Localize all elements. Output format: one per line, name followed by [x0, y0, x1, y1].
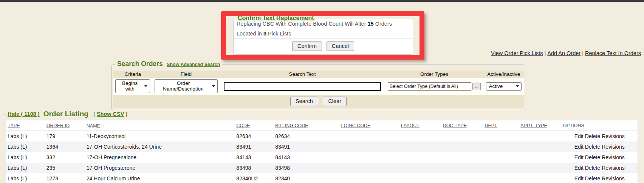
confirm-button[interactable]: Confirm: [292, 42, 322, 51]
column-header-appt-type[interactable]: APPT. TYPE: [519, 120, 561, 131]
field-header: Field: [152, 71, 220, 78]
doc-type-header-label[interactable]: DOC TYPE: [443, 123, 467, 128]
show-advanced-search-link[interactable]: Show Advanced Search: [167, 62, 220, 67]
active-selected-value: Active: [489, 83, 503, 89]
type-header-label[interactable]: TYPE: [8, 123, 20, 128]
cancel-button[interactable]: Cancel: [327, 42, 354, 51]
cell-code: 83491: [235, 141, 274, 152]
column-header-billing-code[interactable]: BILLING CODE: [274, 120, 339, 131]
criteria-header: Criteria: [113, 71, 152, 78]
active-inactive-header: Active/Inactive: [483, 71, 524, 78]
show-csv-link[interactable]: Show CSV: [97, 111, 124, 117]
listing-separator: |: [93, 111, 95, 117]
replace-text-in-orders-link[interactable]: Replace Text In Orders: [585, 50, 641, 56]
order-types-browse-button[interactable]: ...: [472, 83, 481, 90]
dialog-button-row: Confirm Cancel: [234, 39, 413, 54]
row-options-links[interactable]: Edit Delete Revisions: [562, 152, 638, 163]
table-row: Labs (L) 179 11-Deoxycortisol 82634 8263…: [6, 131, 638, 142]
billing-code-header-label[interactable]: BILLING CODE: [275, 123, 308, 128]
column-header-order-id[interactable]: ORDER ID: [45, 120, 85, 131]
cell-code: 82634: [235, 131, 274, 142]
cell-doc-type: [441, 163, 483, 173]
cell-doc-type: [441, 141, 483, 152]
chevron-down-icon: [144, 85, 147, 87]
cell-type: Labs (L): [6, 141, 45, 152]
fieldset-rule: [132, 115, 639, 115]
cell-doc-type: [441, 131, 483, 142]
order-listing-title: Order Listing: [43, 110, 88, 118]
order-types-control: ...: [388, 82, 481, 91]
nav-separator: |: [582, 50, 584, 56]
active-inactive-select[interactable]: Active: [486, 82, 522, 91]
cell-order-id: 332: [45, 152, 85, 163]
criteria-cell: Begins with: [113, 78, 152, 95]
search-text-header: Search Text: [220, 71, 385, 78]
cell-doc-type: [441, 173, 483, 183]
appt-type-header-label[interactable]: APPT. TYPE: [520, 123, 547, 128]
order-table-header-row: TYPE ORDER ID NAME↑ CODE BILLING CODE LO…: [6, 120, 638, 131]
loinc-code-header-label[interactable]: LOINC CODE: [341, 123, 370, 128]
column-header-loinc-code[interactable]: LOINC CODE: [339, 120, 399, 131]
cell-layout: [399, 173, 441, 183]
cell-loinc-code: [339, 152, 399, 163]
add-an-order-link[interactable]: Add An Order: [547, 50, 581, 56]
row-options-links[interactable]: Edit Delete Revisions: [562, 163, 638, 173]
view-order-pick-lists-link[interactable]: View Order Pick Lists: [491, 50, 543, 56]
column-header-name[interactable]: NAME↑: [85, 120, 235, 131]
cell-billing-code: 82634: [274, 131, 339, 142]
order-types-input[interactable]: [388, 82, 472, 91]
search-orders-legend: Search Orders Show Advanced Search: [115, 60, 222, 68]
chevron-down-icon: [212, 85, 215, 87]
field-select[interactable]: Order Name/Description: [155, 79, 218, 93]
cell-loinc-code: [339, 173, 399, 183]
window-top-bar: [0, 0, 644, 2]
search-button[interactable]: Search: [290, 97, 318, 106]
order-id-header-label[interactable]: ORDER ID: [46, 123, 70, 128]
name-header-label[interactable]: NAME: [87, 123, 100, 129]
hide-count-link[interactable]: Hide ( 1108 ): [8, 111, 40, 117]
column-header-layout[interactable]: LAYOUT: [399, 120, 441, 131]
dept-header-label[interactable]: DEPT: [485, 123, 497, 128]
search-orders-title: Search Orders: [117, 60, 163, 68]
row-options-links[interactable]: Edit Delete Revisions: [562, 131, 638, 142]
cell-loinc-code: [339, 163, 399, 173]
cell-code: 83498: [235, 163, 274, 173]
dialog-title: Confirm Text Replacement: [236, 15, 316, 22]
field-cell: Order Name/Description: [152, 78, 220, 95]
row-options-links[interactable]: Edit Delete Revisions: [562, 173, 638, 183]
dialog-line1-count: 15: [368, 21, 374, 27]
cell-name: 17-OH Progesterone: [85, 163, 235, 173]
cell-type: Labs (L): [6, 152, 45, 163]
row-options-links[interactable]: Edit Delete Revisions: [562, 141, 638, 152]
search-header-row: Criteria Field Search Text Order Types A…: [113, 71, 524, 78]
cell-billing-code: 83491: [274, 141, 339, 152]
column-header-dept[interactable]: DEPT: [483, 120, 519, 131]
search-text-input[interactable]: [224, 82, 381, 91]
search-form-table: Criteria Field Search Text Order Types A…: [113, 71, 524, 108]
cell-layout: [399, 141, 441, 152]
clear-button[interactable]: Clear: [323, 97, 347, 106]
table-row: Labs (L) 1273 24 Hour Calcium Urine 8234…: [6, 173, 638, 183]
column-header-code[interactable]: CODE: [235, 120, 274, 131]
cell-dept: [483, 141, 519, 152]
code-header-label[interactable]: CODE: [236, 123, 250, 128]
field-selected-value: Order Name/Description: [158, 80, 209, 92]
layout-header-label[interactable]: LAYOUT: [401, 123, 420, 128]
cell-dept: [483, 131, 519, 142]
cell-name: 17-OH Pregnenalone: [85, 152, 235, 163]
chevron-down-icon: [516, 85, 519, 87]
order-listing-table-container: TYPE ORDER ID NAME↑ CODE BILLING CODE LO…: [6, 120, 638, 183]
cell-loinc-code: [339, 141, 399, 152]
criteria-select[interactable]: Begins with: [115, 79, 150, 93]
dialog-message-line-2: Located in 3 Pick Lists: [234, 29, 413, 39]
cell-appt-type: [519, 173, 561, 183]
cell-name: 11-Deoxycortisol: [85, 131, 235, 142]
cell-code: 84143: [235, 152, 274, 163]
order-table-head: TYPE ORDER ID NAME↑ CODE BILLING CODE LO…: [6, 120, 638, 131]
cell-dept: [483, 173, 519, 183]
cell-appt-type: [519, 131, 561, 142]
cell-layout: [399, 131, 441, 142]
active-inactive-cell: Active: [483, 78, 524, 95]
column-header-type[interactable]: TYPE: [6, 120, 45, 131]
column-header-doc-type[interactable]: DOC TYPE: [441, 120, 483, 131]
